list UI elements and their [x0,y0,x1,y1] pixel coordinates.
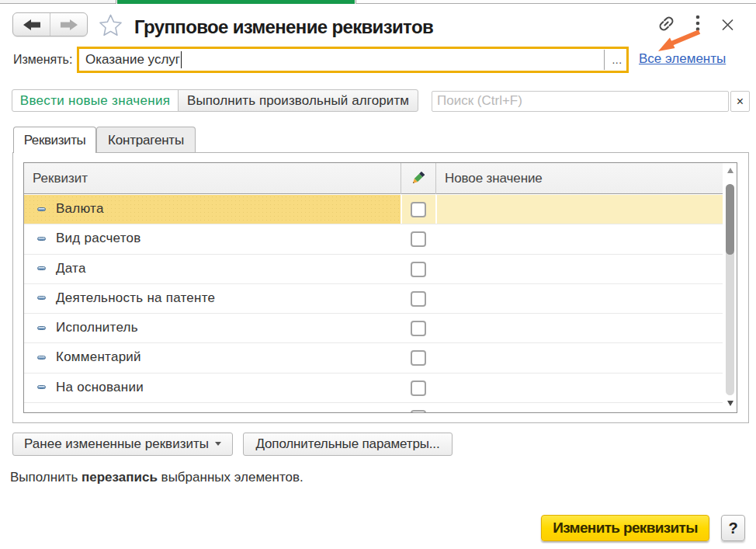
attribute-bullet-icon [37,385,47,389]
vertical-scrollbar[interactable] [723,163,737,412]
back-arrow-icon [23,19,41,31]
new-value-cell [437,195,723,224]
forward-button[interactable] [50,13,87,36]
previously-changed-label: Ранее измененные реквизиты [24,436,209,451]
text-caret [181,51,182,68]
attribute-bullet-icon [37,237,47,241]
history-nav-group [12,12,88,36]
note-text-bold: перезапись [81,470,158,485]
dropdown-caret-icon [215,442,221,446]
row-checkbox[interactable] [411,321,426,336]
row-checkbox[interactable] [411,380,426,396]
row-checkbox[interactable] [411,231,426,247]
row-label: На основании [56,380,144,395]
change-target-value: Оказание услуг [85,52,180,68]
tab-rekvizity[interactable]: Реквизиты [13,127,96,153]
column-separator [435,163,436,194]
column-header-new-value: Новое значение [445,171,543,186]
row-checkbox[interactable] [411,350,426,366]
attributes-table: Реквизит Новое значение Валюта [23,162,737,413]
submit-button[interactable]: Изменить реквизиты [541,515,709,541]
row-checkbox[interactable] [411,262,426,277]
attribute-bullet-icon [37,207,47,211]
scroll-up-icon[interactable] [727,168,733,173]
tab-kontragenty[interactable]: Контрагенты [96,127,196,152]
note-text-after: выбранных элементов. [158,470,303,485]
top-tab-strip-right [355,0,756,4]
row-label: Исполнитель [56,320,138,335]
row-label: Деятельность на патенте [56,290,215,306]
attribute-bullet-icon [37,266,47,270]
rewrite-note: Выполнить перезапись выбранных элементов… [10,470,303,485]
active-tab-indicator [117,0,355,4]
table-row[interactable]: Исполнитель [24,314,723,343]
pencil-icon [411,172,425,186]
favorite-star-icon[interactable] [99,13,123,37]
attribute-bullet-icon [37,356,47,360]
help-button[interactable]: ? [721,515,745,541]
column-header-attribute: Реквизит [33,171,88,186]
search-placeholder: Поиск (Ctrl+F) [437,93,522,109]
column-separator [401,163,401,194]
group-change-window: Групповое изменение реквизитов Изменять:… [0,0,756,549]
table-row[interactable]: Комментарий [24,343,723,373]
close-icon[interactable] [722,19,733,30]
table-row[interactable]: На основании [24,374,723,403]
scroll-down-icon[interactable] [727,401,733,406]
row-checkbox[interactable] [411,410,426,413]
mode-new-values-button[interactable]: Ввести новые значения [12,89,179,112]
row-checkbox[interactable] [411,291,426,307]
row-label: Вид расчетов [56,231,141,246]
window-title: Групповое изменение реквизитов [134,16,433,38]
table-body: Валюта Вид расчетов Дата Деятельность на… [24,195,723,412]
back-button[interactable] [13,13,50,36]
previously-changed-button[interactable]: Ранее измененные реквизиты [12,433,233,456]
row-checkbox[interactable] [411,202,426,217]
field-divider [604,50,605,70]
extra-params-button[interactable]: Дополнительные параметры... [243,433,453,456]
forward-arrow-icon [60,19,78,31]
scrollbar-thumb[interactable] [726,184,734,255]
choose-button[interactable]: ... [608,51,626,68]
search-clear-button[interactable]: × [730,91,750,112]
mode-algorithm-button[interactable]: Выполнить произвольный алгоритм [178,89,418,112]
row-label: Дата [56,261,86,276]
top-tab-strip-left [0,0,116,4]
table-row[interactable]: Вид расчетов [24,224,723,254]
note-text-before: Выполнить [10,470,81,485]
table-row-partial[interactable] [24,403,723,412]
row-label: Валюта [56,201,104,217]
attribute-bullet-icon [37,326,47,330]
attribute-bullet-icon [37,296,47,300]
table-row[interactable]: Дата [24,255,723,284]
table-header: Реквизит Новое значение [24,163,723,194]
change-field-label: Изменять: [13,53,72,67]
row-label: Комментарий [56,349,141,365]
annotation-arrow [650,28,705,54]
table-row[interactable]: Деятельность на патенте [24,284,723,314]
table-row-selected[interactable]: Валюта [24,195,723,224]
